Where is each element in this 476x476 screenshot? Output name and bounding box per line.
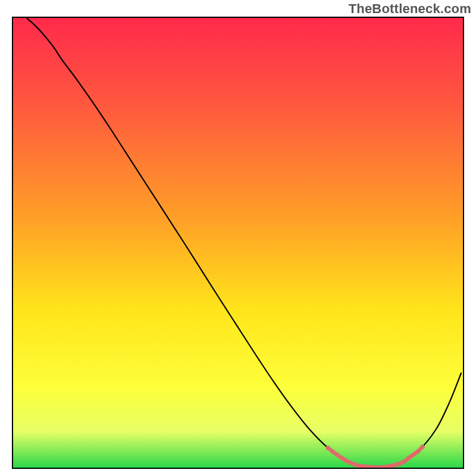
svg-point-39 xyxy=(407,456,411,460)
svg-point-37 xyxy=(398,462,402,466)
svg-point-26 xyxy=(348,461,352,465)
svg-point-22 xyxy=(330,449,334,453)
svg-point-24 xyxy=(339,456,343,460)
svg-point-36 xyxy=(393,463,397,467)
svg-point-21 xyxy=(326,446,330,450)
watermark-text: TheBottleneck.com xyxy=(349,1,471,17)
svg-point-38 xyxy=(402,459,406,464)
svg-point-41 xyxy=(416,449,420,453)
svg-point-27 xyxy=(353,462,357,466)
chart-container: TheBottleneck.com xyxy=(0,0,476,476)
plot-area xyxy=(12,17,464,469)
svg-point-23 xyxy=(335,452,339,456)
svg-point-40 xyxy=(411,452,415,456)
svg-point-25 xyxy=(344,458,348,462)
chart-svg xyxy=(13,18,463,468)
svg-point-42 xyxy=(420,445,424,449)
